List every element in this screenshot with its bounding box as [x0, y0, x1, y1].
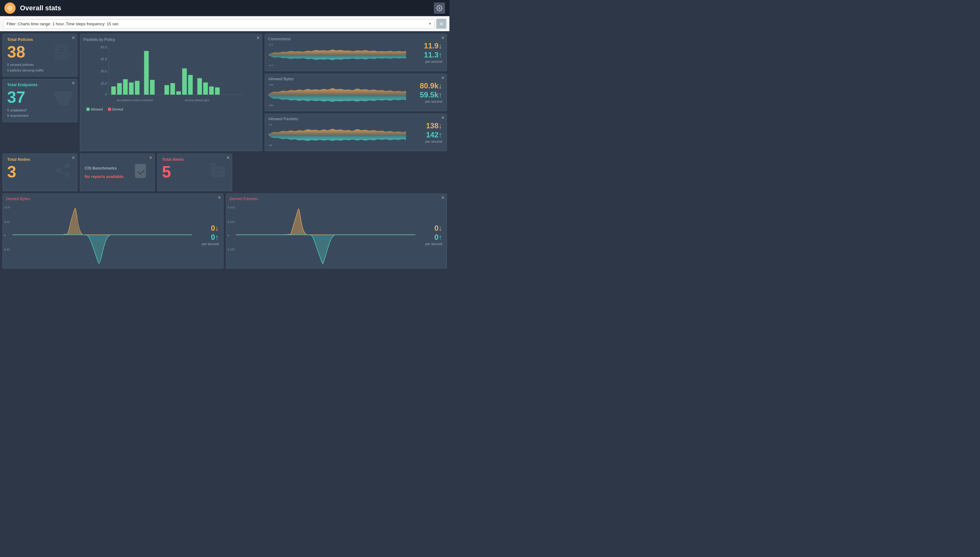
- svg-text:150: 150: [269, 123, 273, 127]
- close-icon[interactable]: ✕: [218, 195, 221, 200]
- total-policies-title: Total Policies: [7, 37, 73, 42]
- chevron-down-icon: ▾: [429, 21, 431, 26]
- page-title: Overall stats: [20, 4, 434, 12]
- top-section: ✕ Total Policies 38 0 unused policies 0 …: [3, 34, 447, 151]
- svg-text:0: 0: [105, 93, 107, 96]
- denied-bytes-panel: ✕ Denied Bytes 12.8 6.42 0 6.42: [3, 194, 223, 269]
- svg-rect-51: [211, 166, 225, 178]
- svg-text:0: 0: [269, 133, 270, 137]
- packets-by-policy-title: Packets by Policy: [83, 37, 259, 42]
- legend-denied-label: Denied: [112, 107, 123, 111]
- denied-packets-svg: 0.214 0.107 0 0.107: [226, 204, 415, 266]
- denied-bytes-val-up: 0↑: [211, 233, 219, 242]
- connections-chart: 12.3 0 12.3: [268, 42, 406, 67]
- filter-text: Filter: Charts time range: 1 hour, Time …: [7, 21, 119, 26]
- svg-rect-34: [209, 86, 214, 94]
- allowed-bytes-svg: 109k 0 109k: [268, 82, 406, 107]
- bar-chart-svg: 60.0 45.0 30.0 15.0 0: [83, 44, 259, 106]
- allowed-bytes-panel: ✕ Allowed Bytes 109k 0 109k: [265, 74, 447, 111]
- filter-dropdown[interactable]: Filter: Charts time range: 1 hour, Time …: [3, 20, 434, 28]
- legend-allowed-label: Allowed: [91, 107, 103, 111]
- main-content: ✕ Total Policies 38 0 unused policies 0 …: [0, 31, 449, 271]
- denied-packets-per-second: per second: [426, 242, 442, 246]
- allowed-packets-svg: 150 0 150: [268, 122, 406, 147]
- close-icon[interactable]: ✕: [441, 35, 445, 40]
- denied-color: [108, 108, 111, 111]
- allowed-bytes-chart-area: Allowed Bytes 109k 0 109k: [265, 74, 409, 111]
- denied-packets-val-down: 0↓: [434, 224, 442, 233]
- denied-packets-svg-wrap: 0.214 0.107 0 0.107: [226, 204, 415, 266]
- logo-icon: [7, 5, 13, 11]
- svg-rect-21: [117, 83, 122, 94]
- svg-text:45.0: 45.0: [101, 57, 107, 61]
- denied-packets-panel: ✕ Denied Packets 0.214 0.107 0 0.107: [226, 194, 447, 269]
- allowed-packets-val-up: 142↑: [426, 130, 442, 140]
- close-icon[interactable]: ✕: [72, 155, 75, 160]
- svg-point-1: [9, 7, 11, 9]
- svg-rect-20: [111, 86, 116, 94]
- allowed-packets-val-down: 138↓: [426, 121, 442, 130]
- connections-chart-area: Connections: [265, 34, 409, 71]
- allowed-packets-panel: ✕ Allowed Packets 150 0 150: [265, 114, 447, 151]
- svg-rect-33: [203, 82, 208, 94]
- svg-rect-30: [182, 68, 187, 94]
- svg-rect-27: [164, 85, 169, 95]
- bar-chart-legend: Allowed Denied: [83, 107, 259, 111]
- denied-packets-chart-area: 0.214 0.107 0 0.107 0↓ 0: [226, 204, 447, 266]
- legend-denied: Denied: [108, 107, 123, 111]
- policies-icon: [52, 42, 74, 68]
- connections-val-down: 11.9↓: [424, 42, 442, 50]
- svg-rect-24: [135, 81, 140, 94]
- close-icon[interactable]: ✕: [226, 155, 230, 160]
- svg-text:0.107: 0.107: [228, 248, 235, 251]
- allowed-bytes-val-down: 80.9k↓: [420, 81, 442, 91]
- close-icon[interactable]: ✕: [149, 155, 153, 160]
- right-panels: ✕ Connections: [265, 34, 447, 151]
- svg-text:0.214: 0.214: [228, 206, 235, 209]
- svg-rect-35: [215, 88, 220, 94]
- svg-text:12.3: 12.3: [269, 43, 273, 47]
- gear-icon: [436, 5, 442, 11]
- svg-rect-32: [197, 78, 202, 95]
- denied-packets-val-up: 0↑: [434, 233, 442, 242]
- close-icon[interactable]: ✕: [72, 81, 75, 86]
- allowed-packets-chart: 150 0 150: [268, 122, 406, 147]
- allowed-bytes-val-up: 59.5k↑: [420, 91, 442, 99]
- denied-bytes-title: Denied Bytes: [6, 196, 220, 201]
- header: Overall stats: [0, 0, 449, 16]
- filter-close-button[interactable]: ✕: [436, 19, 446, 29]
- denied-packets-title: Denied Packets: [229, 196, 444, 201]
- close-icon[interactable]: ✕: [441, 195, 445, 200]
- svg-rect-22: [123, 79, 128, 94]
- svg-text:15.0: 15.0: [101, 81, 107, 85]
- packets-by-policy-panel: ✕ Packets by Policy 60.0 45.0 30.0 15.0 …: [80, 34, 262, 151]
- svg-text:109k: 109k: [269, 104, 274, 107]
- endpoints-icon: [52, 88, 74, 114]
- svg-rect-31: [188, 75, 193, 94]
- nodes-icon: [52, 161, 74, 184]
- svg-text:150: 150: [269, 144, 273, 147]
- svg-text:12.8: 12.8: [4, 206, 10, 209]
- left-stat-panels: ✕ Total Policies 38 0 unused policies 0 …: [3, 34, 77, 151]
- denied-bytes-svg: 12.8 6.42 0 6.42: [3, 204, 192, 266]
- close-icon[interactable]: ✕: [441, 115, 445, 120]
- connections-panel: ✕ Connections: [265, 34, 447, 71]
- cis-benchmarks-panel: ✕ CIS Benchmarks No reports available.: [80, 154, 155, 191]
- svg-text:6.42: 6.42: [4, 220, 10, 223]
- svg-text:6.42: 6.42: [4, 248, 10, 251]
- allowed-bytes-per-second: per second: [426, 99, 442, 103]
- logo: [4, 3, 16, 14]
- gear-button[interactable]: [434, 3, 445, 14]
- connections-title: Connections: [268, 36, 406, 41]
- allowed-bytes-title: Allowed Bytes: [268, 77, 406, 81]
- svg-text:0: 0: [269, 54, 270, 57]
- bar-chart: 60.0 45.0 30.0 15.0 0: [83, 44, 259, 106]
- close-icon[interactable]: ✕: [441, 75, 445, 80]
- svg-rect-8: [58, 100, 69, 106]
- close-icon[interactable]: ✕: [72, 35, 75, 40]
- close-icon[interactable]: ✕: [256, 35, 260, 40]
- denied-packets-values: 0↓ 0↑ per second: [415, 204, 447, 266]
- svg-text:30.0: 30.0: [101, 69, 107, 73]
- total-alerts-panel: ✕ Total Alerts 5: [157, 154, 232, 191]
- connections-svg: 12.3 0 12.3: [268, 42, 406, 67]
